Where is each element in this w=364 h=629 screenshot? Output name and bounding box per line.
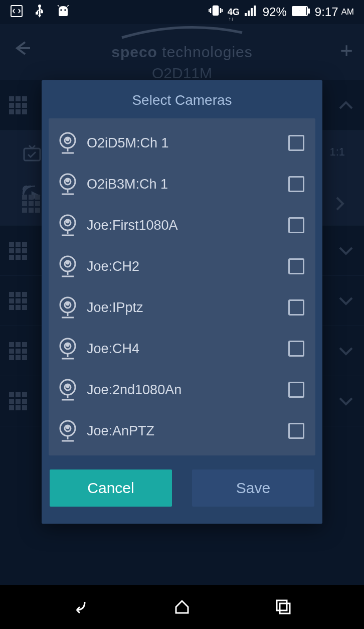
camera-row[interactable]: Joe:AnPTZ (49, 410, 315, 451)
camera-icon (57, 254, 79, 278)
camera-row[interactable]: Joe:CH2 (49, 246, 315, 287)
camera-list: O2iD5M:Ch 1 O2iB3M:Ch 1 Joe:First1080A J… (49, 118, 315, 455)
camera-icon (57, 295, 79, 320)
camera-icon (57, 419, 79, 443)
svg-point-56 (67, 385, 69, 387)
camera-label: O2iD5M:Ch 1 (87, 135, 288, 151)
camera-checkbox[interactable] (288, 423, 304, 439)
camera-row[interactable]: Joe:CH4 (49, 328, 315, 369)
camera-icon (57, 337, 79, 361)
svg-rect-64 (277, 600, 287, 610)
camera-icon (57, 213, 79, 237)
camera-row[interactable]: Joe:First1080A (49, 205, 315, 246)
camera-label: Joe:First1080A (87, 218, 288, 233)
camera-checkbox[interactable] (288, 217, 304, 233)
camera-row[interactable]: Joe:IPptz (49, 287, 315, 328)
camera-checkbox[interactable] (288, 258, 304, 274)
camera-row[interactable]: O2iD5M:Ch 1 (49, 122, 315, 164)
camera-icon (57, 131, 79, 155)
svg-point-26 (67, 138, 69, 140)
modal-title: Select Cameras (42, 80, 322, 118)
camera-checkbox[interactable] (288, 382, 304, 398)
modal-overlay: Select Cameras O2iD5M:Ch 1 O2iB3M:Ch 1 J… (0, 0, 364, 629)
camera-label: Joe:CH4 (87, 341, 288, 357)
camera-checkbox[interactable] (288, 299, 304, 316)
camera-checkbox[interactable] (288, 176, 304, 192)
camera-label: O2iB3M:Ch 1 (87, 177, 288, 192)
camera-icon (57, 378, 79, 402)
svg-point-36 (67, 221, 69, 223)
cancel-button[interactable]: Cancel (50, 469, 172, 507)
camera-checkbox[interactable] (288, 135, 304, 151)
svg-rect-65 (280, 603, 290, 613)
select-cameras-modal: Select Cameras O2iD5M:Ch 1 O2iB3M:Ch 1 J… (42, 80, 322, 524)
camera-icon (57, 172, 79, 196)
android-nav-bar (0, 585, 364, 629)
svg-point-31 (67, 180, 69, 182)
svg-point-61 (67, 426, 69, 428)
camera-label: Joe:IPptz (87, 300, 288, 316)
save-button[interactable]: Save (192, 469, 314, 507)
camera-row[interactable]: O2iB3M:Ch 1 (49, 164, 315, 205)
svg-point-51 (67, 344, 69, 346)
svg-point-46 (67, 303, 69, 305)
android-home-button[interactable] (172, 597, 192, 617)
android-back-button[interactable] (71, 597, 91, 617)
camera-row[interactable]: Joe:2nd1080An (49, 369, 315, 410)
camera-label: Joe:2nd1080An (87, 382, 288, 398)
camera-label: Joe:CH2 (87, 259, 288, 274)
camera-label: Joe:AnPTZ (87, 423, 288, 439)
camera-checkbox[interactable] (288, 341, 304, 357)
svg-point-41 (67, 262, 69, 264)
android-recents-button[interactable] (273, 597, 293, 617)
